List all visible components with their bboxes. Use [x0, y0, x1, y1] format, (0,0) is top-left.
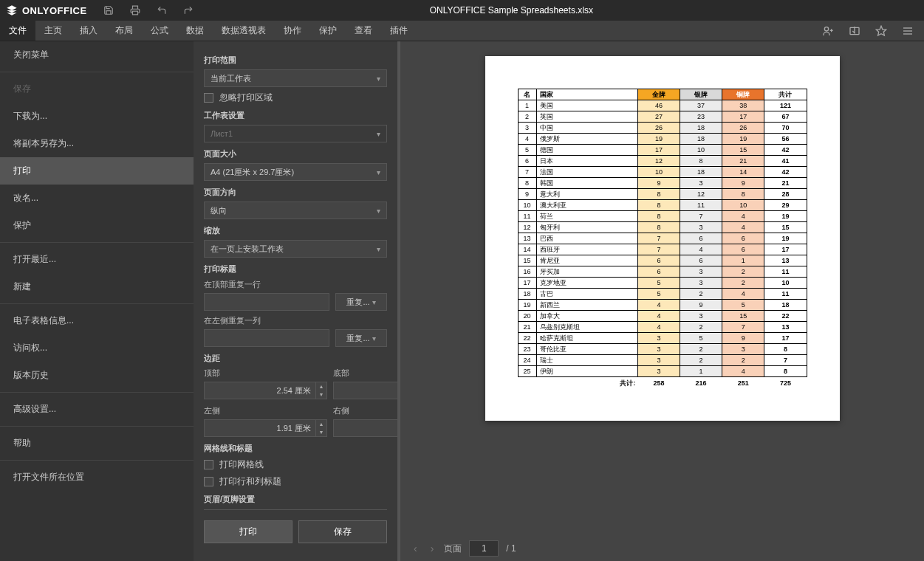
table-row: 10澳大利亚8111029	[518, 200, 807, 211]
scaling-label: 缩放	[204, 225, 387, 236]
down-icon[interactable]: ▼	[316, 428, 326, 436]
menu-4[interactable]: 公式	[142, 21, 177, 41]
col-silver: 银牌	[680, 89, 722, 100]
margin-bottom-label: 底部	[333, 368, 400, 379]
col-rank: 名	[518, 89, 536, 100]
menu-0[interactable]: 文件	[0, 21, 35, 41]
table-row: 15肯尼亚66113	[518, 255, 807, 266]
save-button[interactable]: 保存	[298, 520, 387, 543]
repeat-top-input[interactable]	[204, 293, 329, 311]
next-page-icon[interactable]: ›	[428, 543, 437, 554]
repeat-top-label: 在顶部重复一行	[204, 279, 387, 290]
menu-10[interactable]: 插件	[381, 21, 417, 41]
print-range-label: 打印范围	[204, 55, 387, 66]
margin-top-input[interactable]	[205, 386, 315, 395]
margin-bottom-input[interactable]	[334, 386, 400, 395]
repeat-top-button[interactable]: 重复...▾	[335, 293, 387, 311]
menu-8[interactable]: 保护	[310, 21, 346, 41]
scaling-select[interactable]: 在一页上安装工作表▾	[204, 240, 387, 258]
table-row: 8韩国93921	[518, 178, 807, 189]
table-row: 9意大利812828	[518, 189, 807, 200]
sidebar-close-menu[interactable]: 关闭菜单	[0, 41, 194, 69]
menu-5[interactable]: 数据	[177, 21, 213, 41]
table-row: 17克罗地亚53210	[518, 278, 807, 289]
print-headings-checkbox[interactable]	[204, 477, 213, 486]
sidebar-save: 保存	[0, 75, 194, 103]
chevron-down-icon: ▾	[377, 75, 380, 83]
margin-right-input[interactable]	[334, 424, 400, 433]
margins-label: 边距	[204, 353, 387, 364]
sidebar-open-file-location[interactable]: 打开文件所在位置	[0, 464, 194, 491]
sidebar-protect[interactable]: 保护	[0, 212, 194, 239]
margin-right-label: 右侧	[333, 405, 400, 416]
add-user-icon[interactable]	[822, 25, 834, 37]
table-row: 4俄罗斯19181956	[518, 134, 807, 145]
up-icon[interactable]: ▲	[316, 382, 326, 390]
margin-left-spinner[interactable]: ▲▼	[204, 419, 327, 437]
print-range-select[interactable]: 当前工作表▾	[204, 69, 387, 87]
down-icon[interactable]: ▼	[316, 390, 326, 399]
star-icon[interactable]	[875, 25, 887, 37]
orientation-select[interactable]: 纵向▾	[204, 202, 387, 219]
table-row: 16牙买加63211	[518, 266, 807, 278]
table-row: 1美国463738121	[518, 100, 807, 111]
menu-6[interactable]: 数据透视表	[213, 21, 275, 41]
menu-7[interactable]: 协作	[275, 21, 310, 41]
orientation-label: 页面方向	[204, 187, 387, 198]
chevron-down-icon: ▾	[377, 207, 380, 215]
menu-9[interactable]: 查看	[346, 21, 381, 41]
sidebar-open-recent[interactable]: 打开最近...	[0, 246, 194, 273]
repeat-left-input[interactable]	[204, 329, 329, 347]
chevron-down-icon: ▾	[372, 298, 376, 306]
sidebar-access-rights[interactable]: 访问权...	[0, 334, 194, 362]
menu-3[interactable]: 布局	[106, 21, 142, 41]
page-number-input[interactable]	[469, 540, 499, 557]
menu-2[interactable]: 插入	[71, 21, 106, 41]
svg-point-1	[824, 27, 828, 30]
table-row: 22哈萨克斯坦35917	[518, 333, 807, 344]
chevron-down-icon: ▾	[377, 168, 380, 176]
ignore-print-area-checkbox[interactable]	[204, 93, 213, 103]
sidebar-new[interactable]: 新建	[0, 273, 194, 300]
margin-left-input[interactable]	[205, 424, 315, 433]
sidebar-download-as[interactable]: 下载为...	[0, 103, 194, 130]
chevron-down-icon: ▾	[377, 245, 380, 253]
table-row: 3中国26182670	[518, 123, 807, 134]
app-logo-icon	[6, 4, 18, 16]
table-row: 12匈牙利83415	[518, 222, 807, 233]
hamburger-icon[interactable]	[902, 25, 914, 37]
table-row: 25伊朗3148	[518, 366, 807, 377]
sidebar-save-copy-as[interactable]: 将副本另存为...	[0, 130, 194, 157]
table-row: 7法国10181442	[518, 167, 807, 178]
open-location-icon[interactable]	[849, 25, 860, 37]
app-name: ONLYOFFICE	[22, 5, 87, 16]
up-icon[interactable]: ▲	[316, 420, 326, 428]
sidebar-help[interactable]: 帮助	[0, 430, 194, 457]
table-row: 6日本1282141	[518, 156, 807, 167]
table-row: 13巴西76619	[518, 233, 807, 244]
sidebar-advanced-settings[interactable]: 高级设置...	[0, 396, 194, 423]
table-row: 2英国27231767	[518, 111, 807, 123]
margin-right-spinner[interactable]: ▲▼	[333, 419, 400, 437]
menu-1[interactable]: 主页	[35, 21, 71, 41]
sidebar-rename[interactable]: 改名...	[0, 185, 194, 212]
col-country: 国家	[536, 89, 637, 100]
titlebar: ONLYOFFICE ONLYOFFICE Sample Spreadsheet…	[0, 0, 924, 21]
repeat-left-button[interactable]: 重复...▾	[335, 329, 387, 347]
print-gridlines-checkbox[interactable]	[204, 460, 213, 469]
margin-top-spinner[interactable]: ▲▼	[204, 382, 327, 399]
sidebar-version-history[interactable]: 版本历史	[0, 362, 194, 389]
page-total: / 1	[506, 543, 516, 554]
print-button[interactable]: 打印	[204, 520, 292, 543]
margin-bottom-spinner[interactable]: ▲▼	[333, 382, 400, 399]
print-gridlines-label: 打印网格线	[219, 458, 264, 471]
prev-page-icon[interactable]: ‹	[411, 543, 420, 554]
ignore-print-area-label: 忽略打印区域	[219, 92, 273, 104]
sidebar-spreadsheet-info[interactable]: 电子表格信息...	[0, 307, 194, 334]
print-headings-label: 打印行和列标题	[219, 475, 281, 488]
page-size-select[interactable]: A4 (21厘米 x 29.7厘米)▾	[204, 163, 387, 181]
medal-table: 名国家金牌银牌铜牌共计 1美国4637381212英国272317673中国26…	[518, 89, 807, 388]
table-row: 19新西兰49518	[518, 300, 807, 311]
sidebar-print[interactable]: 打印	[0, 157, 194, 185]
page-size-label: 页面大小	[204, 148, 387, 159]
